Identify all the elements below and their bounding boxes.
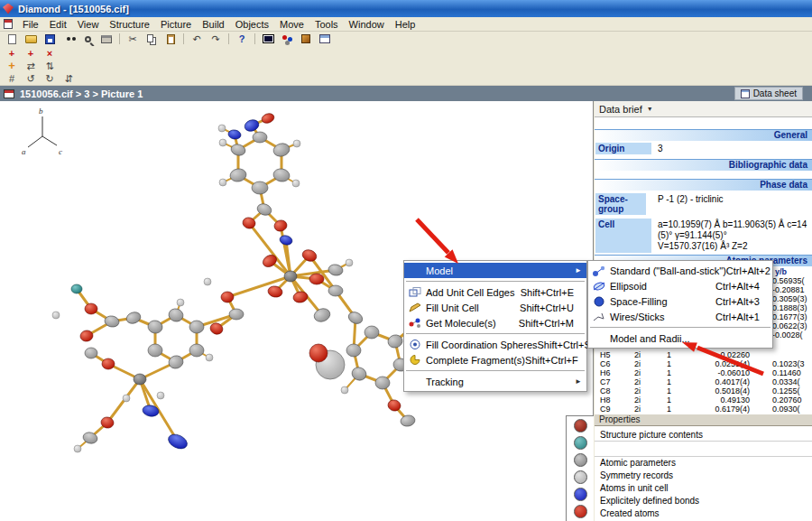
menu-item-wires-sticks[interactable]: Wires/Sticks Ctrl+Alt+1 [588, 309, 772, 324]
add-atom-button[interactable]: + [3, 47, 21, 60]
atom-row[interactable]: C82i10.5018(4)0.1255( [595, 386, 812, 395]
translate-h-button[interactable]: ⇄ [22, 60, 40, 72]
rotate-vertical-button[interactable]: ⇵ [60, 72, 78, 85]
atom-row[interactable]: H82i10.491300.20760 [595, 395, 812, 405]
data-sheet-tab[interactable]: Data sheet [734, 87, 803, 100]
rotate-ccw-icon: ↺ [26, 73, 34, 84]
menu-view[interactable]: View [72, 18, 105, 31]
redo-button[interactable]: ↷ [207, 33, 225, 45]
rotate-ccw-button[interactable]: ↺ [22, 72, 40, 85]
atom-row[interactable]: C92i10.6179(4)0.0930( [595, 405, 812, 414]
atom-row-partial: 0.56935( [772, 276, 812, 285]
menu-build[interactable]: Build [197, 18, 229, 31]
menu-structure[interactable]: Structure [104, 18, 155, 31]
menu-item-model-and-radii[interactable]: Model and Radii... [588, 330, 772, 346]
atom-color-legend [566, 415, 594, 521]
picture-mode-button[interactable] [259, 33, 277, 45]
menu-item-add-unit-cell-edges[interactable]: Add Unit Cell Edges Shift+Ctrl+E [404, 284, 586, 300]
menu-tools[interactable]: Tools [309, 18, 344, 31]
add-atom-icon: + [9, 48, 14, 59]
space-filling-icon [592, 296, 606, 307]
vertical-arrows-icon: ⇅ [45, 60, 53, 71]
table-view-button[interactable] [316, 33, 334, 45]
paste-button[interactable] [161, 33, 180, 45]
print-button[interactable] [97, 33, 115, 45]
breadcrumb-path: 1510056.cif > 3 > Picture 1 [20, 88, 143, 99]
data-brief-header[interactable]: Data brief ▼ [595, 101, 812, 117]
menu-item-get-molecules[interactable]: Get Molecule(s) Shift+Ctrl+M [404, 315, 586, 330]
horizontal-arrows-icon: ⇄ [26, 60, 34, 71]
menu-picture[interactable]: Picture [155, 18, 197, 31]
menu-objects[interactable]: Objects [230, 18, 274, 31]
menu-item-fill-coordination-spheres[interactable]: Fill Coordination Spheres Shift+Ctrl+S [404, 337, 586, 352]
axes-indicator: b a c [22, 107, 62, 156]
menu-edit[interactable]: Edit [44, 18, 72, 31]
atom-row-partial: -0.20881 [772, 285, 812, 294]
rotate-cw-icon: ↻ [45, 73, 53, 84]
cut-button[interactable]: ✂ [124, 33, 142, 45]
save-button[interactable] [41, 33, 59, 45]
toolbar-separator [119, 33, 120, 44]
find-button[interactable] [60, 33, 78, 45]
properties-item-created-atoms[interactable]: Created atoms [595, 507, 812, 520]
open-folder-icon [25, 35, 37, 43]
atom-color-swatch[interactable] [574, 419, 587, 433]
atom-color-swatch[interactable] [574, 470, 587, 484]
symmetry-grid-button[interactable]: # [3, 72, 21, 85]
delete-atom-button[interactable]: × [41, 47, 59, 60]
origin-label: Origin [595, 143, 651, 154]
structure-picture-contents[interactable]: Structure picture contents [595, 428, 812, 442]
atom-color-swatch[interactable] [574, 488, 587, 501]
properties-item-symmetry-records[interactable]: Symmetry records [595, 470, 812, 482]
properties-item-explicitely-defined-bonds[interactable]: Explicitely defined bonds [595, 495, 812, 507]
edit-atom-button[interactable]: + [22, 47, 40, 60]
molecule-icon [408, 317, 422, 329]
menu-help[interactable]: Help [390, 18, 421, 31]
origin-value: 3 [658, 144, 663, 154]
move-mode-button[interactable]: + [3, 60, 21, 72]
rotate-cw-button[interactable]: ↻ [41, 72, 59, 85]
menu-file[interactable]: File [17, 18, 44, 31]
open-file-button[interactable] [22, 33, 40, 45]
chevron-down-icon: ▼ [647, 106, 653, 112]
menu-item-ellipsoid[interactable]: Ellipsoid Ctrl+Alt+4 [588, 278, 772, 293]
menu-item-tracking[interactable]: Tracking ► [404, 374, 586, 389]
structure-build-button[interactable] [278, 33, 296, 45]
cell-value-line1: a=10.1959(7) Å b=11.9063(5) Å c=14 [658, 219, 807, 230]
menu-item-model[interactable]: Model ► [404, 263, 586, 278]
atom-row-partial: 0.3059(3) [772, 294, 812, 303]
translate-v-button[interactable]: ⇅ [41, 60, 59, 72]
table-icon [319, 34, 330, 43]
properties-item-atomic-parameters[interactable]: Atomic parameters [595, 457, 812, 470]
help-icon: ? [239, 33, 245, 44]
print-preview-button[interactable] [78, 33, 97, 45]
atom-color-swatch[interactable] [574, 453, 587, 467]
move-cross-icon: + [8, 60, 15, 71]
atom-color-swatch[interactable] [574, 436, 587, 450]
menu-window[interactable]: Window [344, 18, 390, 31]
new-file-button[interactable] [3, 33, 21, 45]
menu-move[interactable]: Move [274, 18, 309, 31]
section-header-bibliographic: Bibliographic data [595, 159, 812, 171]
context-help-button[interactable]: ? [233, 33, 251, 45]
menu-item-fill-unit-cell[interactable]: Fill Unit Cell Shift+Ctrl+U [404, 300, 586, 315]
delete-atom-icon: × [47, 48, 52, 59]
picture-icon [263, 34, 274, 43]
atom-row[interactable]: H62i1-0.060100.11460 [595, 368, 812, 377]
window-title: Diamond - [1510056.cif] [18, 4, 129, 14]
atom-color-swatch[interactable] [574, 505, 587, 518]
copy-button[interactable] [143, 33, 161, 45]
data-sheet-icon [741, 89, 750, 98]
undo-button[interactable]: ↶ [188, 33, 206, 45]
atom-row[interactable]: C72i10.4017(4)0.0334( [595, 377, 812, 386]
menu-item-complete-fragments[interactable]: Complete Fragment(s) Shift+Ctrl+F [404, 352, 586, 367]
properties-item-atoms-in-unit-cell[interactable]: Atoms in unit cell [595, 482, 812, 495]
menu-item-standard-ball-and-stick[interactable]: Standard ("Ball-and-stick") Ctrl+Alt+2 [588, 263, 772, 278]
atom-row[interactable]: H52i1-0.02260 [595, 350, 812, 359]
data-sheet-label: Data sheet [753, 88, 797, 98]
atom-row[interactable]: C62i10.0251(4)0.1023(3 [595, 359, 812, 368]
tools-palette-button[interactable] [297, 33, 315, 45]
menu-item-space-filling[interactable]: Space-Filling Ctrl+Alt+3 [588, 293, 772, 309]
menu-separator [406, 281, 585, 282]
axis-b-label: b [39, 107, 43, 116]
